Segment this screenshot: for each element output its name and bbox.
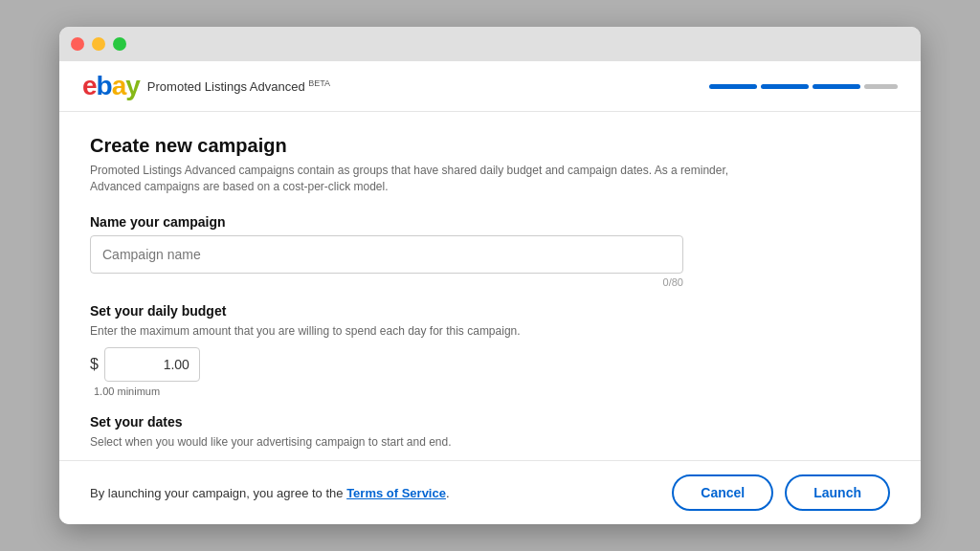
daily-budget-title: Set your daily budget [90, 303, 890, 319]
campaign-name-input[interactable] [90, 235, 683, 274]
daily-budget-desc: Enter the maximum amount that you are wi… [90, 324, 890, 338]
page-title: Create new campaign [90, 135, 890, 157]
budget-minimum-label: 1.00 minimum [94, 386, 890, 397]
logo-area: ebay Promoted Listings Advanced BETA [82, 73, 330, 99]
currency-symbol: $ [90, 356, 99, 373]
close-button[interactable] [71, 37, 84, 51]
dates-desc: Select when you would like your advertis… [90, 435, 890, 449]
launch-button[interactable]: Launch [785, 474, 890, 511]
progress-bar-4 [864, 84, 898, 89]
footer-terms-text: By launching your campaign, you agree to… [90, 486, 450, 500]
logo-y: y [125, 71, 140, 100]
terms-of-service-link[interactable]: Terms of Service [346, 486, 446, 500]
maximize-button[interactable] [113, 37, 126, 51]
logo-b: b [97, 71, 112, 100]
main-content: Create new campaign Promoted Listings Ad… [59, 112, 921, 460]
dates-title: Set your dates [90, 414, 890, 430]
progress-bars [709, 84, 898, 89]
progress-bar-2 [761, 84, 809, 89]
budget-input[interactable] [104, 347, 200, 382]
minimize-button[interactable] [92, 37, 105, 51]
budget-input-row: $ [90, 347, 890, 382]
ebay-logo: ebay [82, 73, 140, 99]
progress-bar-3 [813, 84, 860, 89]
campaign-name-title: Name your campaign [90, 214, 890, 230]
logo-a: a [112, 71, 126, 100]
footer: By launching your campaign, you agree to… [59, 460, 921, 524]
promoted-label: Promoted Listings Advanced BETA [147, 78, 330, 94]
app-window: ebay Promoted Listings Advanced BETA Cre… [59, 27, 921, 524]
cancel-button[interactable]: Cancel [672, 474, 773, 511]
titlebar [59, 27, 921, 61]
header: ebay Promoted Listings Advanced BETA [59, 61, 921, 112]
progress-bar-1 [709, 84, 757, 89]
page-description: Promoted Listings Advanced campaigns con… [90, 163, 760, 195]
beta-badge: BETA [308, 78, 330, 88]
logo-e: e [82, 71, 97, 100]
traffic-lights [71, 37, 126, 51]
footer-buttons: Cancel Launch [672, 474, 890, 511]
char-count: 0/80 [90, 276, 683, 288]
